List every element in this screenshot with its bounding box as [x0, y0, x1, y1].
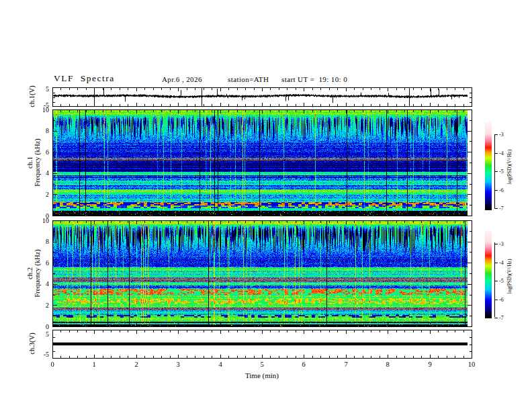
colorbar-tick — [494, 318, 498, 318]
figure-start-ut: start UT = 19: 10: 0 — [281, 75, 347, 83]
colorbar-tick-label: -3 — [499, 241, 504, 247]
x-tick-label: 2 — [128, 361, 144, 369]
ch1-waveform-plot — [52, 87, 472, 107]
y-tick-label: 6 — [33, 259, 49, 267]
x-tick-label: 7 — [338, 361, 354, 369]
colorbar-axis — [494, 242, 495, 317]
colorbar-tick-label: -4 — [499, 260, 504, 266]
y-tick-label: -5 — [33, 351, 49, 358]
y-tick-label: 4 — [33, 169, 49, 177]
x-axis-title: Time (min) — [215, 371, 309, 379]
ch3-waveform-plot — [52, 330, 472, 359]
colorbar-tick — [494, 134, 498, 135]
x-tick-label: 9 — [422, 361, 438, 369]
colorbar-tick — [494, 208, 498, 209]
ch2-spectrogram-plot — [52, 220, 472, 327]
ch2-colorbar-label: log(PSD)(V²/Hz) — [506, 236, 513, 317]
vlf-spectra-figure: VLF Spectra Apr.6 , 2026 station=ATH sta… — [0, 0, 532, 411]
colorbar-tick-label: -6 — [499, 297, 504, 303]
colorbar-tick-label: -7 — [499, 205, 504, 212]
y-tick-label: 4 — [33, 280, 49, 287]
colorbar-tick-label: -5 — [499, 169, 504, 175]
colorbar-tick — [494, 190, 498, 191]
ch3-voltage-axis-label: ch.3(V) — [28, 304, 36, 384]
y-tick-label: 5 — [33, 85, 49, 93]
colorbar-tick — [494, 171, 498, 172]
y-tick-label: 2 — [33, 302, 49, 309]
y-tick-label: 5 — [33, 330, 49, 338]
x-tick-label: 6 — [296, 361, 312, 369]
x-tick-label: 1 — [86, 361, 102, 369]
ch1-spectrogram-plot — [52, 109, 472, 216]
x-tick-label: 10 — [463, 361, 480, 369]
colorbar-tick — [494, 263, 498, 263]
colorbar-tick-label: -6 — [499, 187, 504, 193]
x-tick-label: 0 — [44, 361, 60, 369]
ch1-colorbar-label: log(PSD)(V²/Hz) — [506, 127, 513, 208]
y-tick-label: 8 — [33, 127, 49, 134]
colorbar-tick-label: -3 — [499, 132, 504, 138]
x-tick-label: 5 — [254, 361, 270, 369]
y-tick-label: 0 — [33, 323, 49, 330]
colorbar-tick-label: -5 — [499, 278, 504, 284]
y-tick-label: 2 — [33, 191, 49, 198]
colorbar-tick-label: -7 — [499, 315, 504, 321]
figure-title: VLF Spectra — [54, 73, 115, 84]
y-tick-label: 10 — [33, 217, 49, 224]
colorbar-gradient — [485, 122, 492, 210]
x-tick-label: 4 — [212, 361, 228, 369]
x-tick-label: 8 — [380, 361, 396, 369]
colorbar-tick-label: -4 — [499, 150, 504, 156]
colorbar-gradient — [485, 230, 492, 318]
colorbar-tick — [494, 153, 498, 154]
y-tick-label: 8 — [33, 238, 49, 245]
y-tick-label: 6 — [33, 148, 49, 156]
figure-date: Apr.6 , 2026 — [162, 75, 202, 83]
x-tick-label: 3 — [170, 361, 186, 369]
colorbar-tick — [494, 244, 498, 244]
y-tick-label: 10 — [33, 106, 49, 113]
colorbar-tick — [494, 300, 498, 300]
figure-station: station=ATH — [228, 75, 269, 83]
colorbar-tick — [494, 281, 498, 281]
